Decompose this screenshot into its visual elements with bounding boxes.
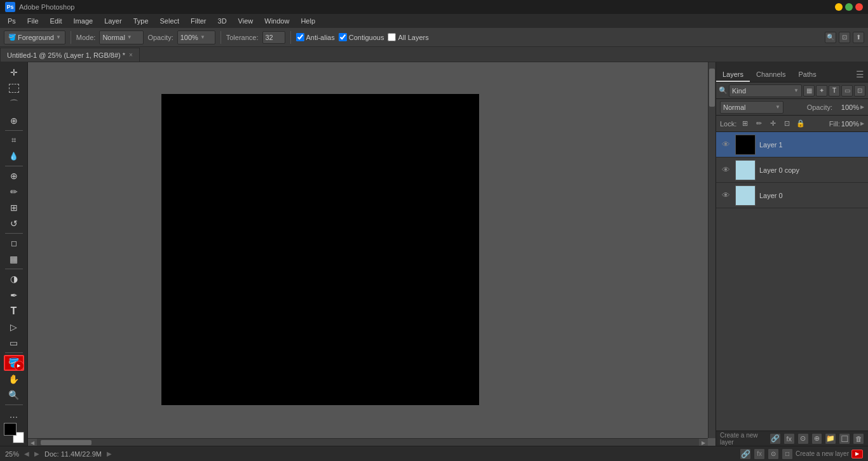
menu-3d[interactable]: 3D <box>213 16 232 26</box>
minimize-button[interactable] <box>835 3 843 11</box>
shape-tool[interactable]: ▭ <box>4 335 24 351</box>
gradient-tool[interactable]: ▦ <box>4 251 24 267</box>
layer-item-layer1[interactable]: 👁 Layer 1 <box>716 132 868 157</box>
kind-pixel-icon[interactable]: ▦ <box>803 85 815 97</box>
anti-alias-checkbox[interactable] <box>296 33 304 41</box>
menu-edit[interactable]: Edit <box>45 16 67 26</box>
eyedropper-tool[interactable]: 💧 <box>4 149 24 164</box>
h-scroll-left[interactable]: ◀ <box>28 439 37 446</box>
layer-item-layer0copy[interactable]: 👁 Layer 0 copy <box>716 157 868 183</box>
canvas-area[interactable]: ◀ ▶ <box>28 62 715 446</box>
layer0copy-visibility-btn[interactable]: 👁 <box>720 164 731 176</box>
new-fill-btn[interactable]: ⊕ <box>811 433 823 444</box>
fill-chevron[interactable]: ▶ <box>860 121 864 126</box>
document-tab[interactable]: Untitled-1 @ 25% (Layer 1, RGB/8#) * × <box>0 48 140 62</box>
layer1-visibility-btn[interactable]: 👁 <box>720 139 731 150</box>
kind-type-icon[interactable]: T <box>829 85 840 97</box>
maximize-button[interactable] <box>845 3 853 11</box>
contiguous-group[interactable]: Contiguous <box>339 33 384 41</box>
extras-btn[interactable]: … <box>4 407 24 422</box>
tab-close-btn[interactable]: × <box>129 51 133 58</box>
rectangular-marquee-tool[interactable] <box>4 81 24 96</box>
move-tool[interactable]: ✛ <box>4 65 24 80</box>
mode-dropdown[interactable]: Normal ▼ <box>99 30 144 44</box>
menu-window[interactable]: Window <box>259 16 294 26</box>
lock-all-btn[interactable]: 🔒 <box>795 118 806 130</box>
kind-adjust-icon[interactable]: ✦ <box>816 85 827 97</box>
tab-layers[interactable]: Layers <box>716 68 750 82</box>
kind-smart-icon[interactable]: ⊡ <box>854 85 865 97</box>
tolerance-input[interactable] <box>262 31 285 44</box>
new-group-btn[interactable]: 📁 <box>825 433 836 444</box>
vertical-scrollbar[interactable] <box>708 62 715 438</box>
panel-options-btn[interactable]: ☰ <box>852 67 868 82</box>
menu-select[interactable]: Select <box>155 16 185 26</box>
menu-type[interactable]: Type <box>128 16 154 26</box>
mask-icon-btn[interactable]: ⊙ <box>768 448 779 460</box>
opacity-chevron[interactable]: ▶ <box>860 104 864 110</box>
color-tools[interactable] <box>3 423 25 443</box>
all-layers-checkbox[interactable] <box>388 33 396 41</box>
lasso-tool[interactable]: ⌒ <box>4 97 24 112</box>
menu-layer[interactable]: Layer <box>99 16 127 26</box>
path-selection-tool[interactable]: ▷ <box>4 319 24 335</box>
link-layers-btn[interactable]: 🔗 <box>770 433 781 444</box>
opacity-dropdown[interactable]: 100% ▼ <box>177 30 215 44</box>
menu-ps[interactable]: Ps <box>3 16 21 26</box>
blend-mode-dropdown[interactable]: Normal ▼ <box>720 101 783 114</box>
search-icon-btn[interactable]: 🔍 <box>825 32 836 43</box>
link-icon-btn[interactable]: 🔗 <box>740 448 751 460</box>
paint-bucket-tool[interactable]: 🪣 ▶ <box>4 355 24 371</box>
delete-layer-btn[interactable]: 🗑 <box>853 433 864 444</box>
lock-move-btn[interactable]: ✛ <box>767 118 778 130</box>
pen-tool[interactable]: ✒ <box>4 287 24 302</box>
kind-shape-icon[interactable]: ▭ <box>841 85 853 97</box>
status-info-btn[interactable]: ▶ <box>107 450 112 457</box>
contiguous-label: Contiguous <box>349 34 384 41</box>
eraser-tool[interactable]: ◻ <box>4 236 24 251</box>
lock-artboard-btn[interactable]: ⊡ <box>781 118 792 130</box>
layer0-visibility-btn[interactable]: 👁 <box>720 190 731 201</box>
menu-image[interactable]: Image <box>69 16 98 26</box>
lock-position-btn[interactable]: ✏ <box>753 118 764 130</box>
add-mask-btn[interactable]: ⊙ <box>797 433 809 444</box>
zoom-tool[interactable]: 🔍 <box>4 387 24 403</box>
kind-dropdown[interactable]: Kind ▼ <box>729 84 802 97</box>
tab-paths[interactable]: Paths <box>792 68 823 82</box>
quick-select-tool[interactable]: ⊕ <box>4 112 24 128</box>
history-brush-tool[interactable]: ↺ <box>4 216 24 231</box>
tab-channels[interactable]: Channels <box>750 68 792 82</box>
all-layers-group[interactable]: All Layers <box>388 33 428 41</box>
crop-tool[interactable]: ⌗ <box>4 132 24 147</box>
dodge-tool[interactable]: ◑ <box>4 271 24 286</box>
tool-preset-btn[interactable]: 🪣 Foreground ▼ <box>4 30 65 44</box>
h-scroll-thumb[interactable] <box>41 440 92 445</box>
healing-brush-tool[interactable]: ⊕ <box>4 168 24 184</box>
workspace-btn[interactable]: ⊡ <box>839 32 850 43</box>
menu-view[interactable]: View <box>233 16 259 26</box>
horizontal-scrollbar[interactable]: ◀ ▶ <box>28 438 708 446</box>
menu-file[interactable]: File <box>22 16 44 26</box>
window-controls[interactable] <box>835 3 863 11</box>
menu-help[interactable]: Help <box>295 16 320 26</box>
zoom-increase-btn[interactable]: ▶ <box>34 450 39 457</box>
type-tool[interactable]: T <box>4 304 24 319</box>
close-button[interactable] <box>855 3 863 11</box>
h-scroll-right[interactable]: ▶ <box>699 439 708 446</box>
lock-pixels-btn[interactable]: ⊞ <box>739 118 750 130</box>
create-layer-icon-btn[interactable]: □ <box>782 448 793 460</box>
menu-filter[interactable]: Filter <box>186 16 211 26</box>
anti-alias-group[interactable]: Anti-alias <box>296 33 335 41</box>
zoom-decrease-btn[interactable]: ◀ <box>24 450 29 457</box>
share-btn[interactable]: ⬆ <box>853 32 864 43</box>
new-layer-btn[interactable]: □ <box>839 433 850 444</box>
hand-tool[interactable]: ✋ <box>4 371 24 387</box>
add-style-btn[interactable]: fx <box>783 433 795 444</box>
v-scroll-thumb[interactable] <box>709 69 715 107</box>
layer-item-layer0[interactable]: 👁 Layer 0 <box>716 183 868 208</box>
brush-tool[interactable]: ✏ <box>4 184 24 199</box>
fx-icon-btn[interactable]: fx <box>754 448 765 460</box>
foreground-color-swatch[interactable] <box>4 423 17 436</box>
clone-stamp-tool[interactable]: ⊞ <box>4 200 24 215</box>
contiguous-checkbox[interactable] <box>339 33 347 41</box>
